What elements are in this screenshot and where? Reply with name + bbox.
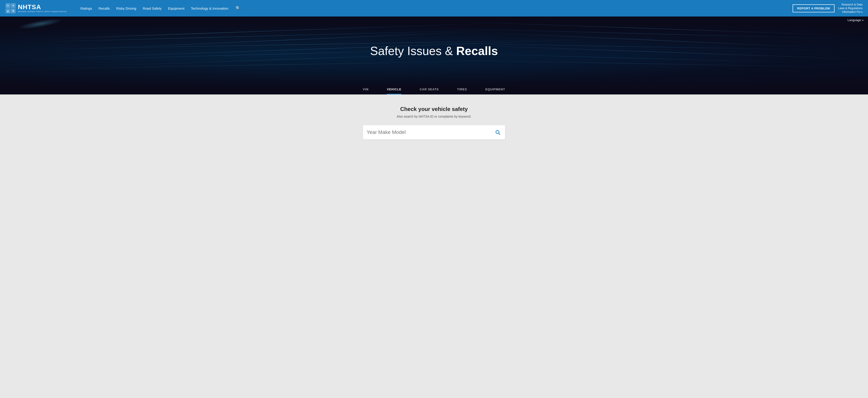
nav-technology-innovation[interactable]: Technology & Innovation [191, 5, 228, 11]
hero-section: Language: Safety Issues & Recalls VIN VE… [0, 17, 868, 94]
section-title: Check your vehicle safety [400, 106, 468, 112]
main-nav: Ratings Recalls Risky Driving Road Safet… [81, 5, 793, 12]
main-content: Check your vehicle safety Also search by… [0, 94, 868, 153]
logo-icon-grid: ⊙ ✦ ▲ ★ [5, 3, 16, 13]
hero-title-plain: Safety Issues & [370, 44, 456, 58]
logo-icon-cell-4: ★ [11, 8, 16, 13]
logo-nhtsa-text: NHTSA [18, 4, 67, 10]
tab-equipment[interactable]: EQUIPMENT [485, 85, 505, 94]
language-selector[interactable]: Language: [847, 18, 863, 22]
tab-vin[interactable]: VIN [363, 85, 369, 94]
nav-information-for[interactable]: Information For [842, 10, 863, 13]
nav-laws-regulations[interactable]: Laws & Regulations [838, 7, 863, 10]
svg-line-1 [499, 133, 500, 135]
tab-tires[interactable]: TIRES [457, 85, 467, 94]
search-icon [495, 129, 500, 135]
vehicle-search-box [363, 125, 505, 140]
logo-area[interactable]: ⊙ ✦ ▲ ★ NHTSA National Highway Traffic S… [5, 3, 67, 13]
logo-subtitle-text: National Highway Traffic Safety Administ… [18, 11, 67, 12]
tab-car-seats[interactable]: CAR SEATS [420, 85, 439, 94]
hero-title: Safety Issues & Recalls [370, 44, 498, 58]
nav-road-safety[interactable]: Road Safety [143, 5, 162, 11]
section-subtitle: Also search by NHTSA ID or complaints by… [397, 115, 471, 118]
report-problem-button[interactable]: REPORT A PROBLEM [793, 4, 835, 12]
logo-icon-cell-1: ⊙ [5, 3, 10, 8]
logo-icon-cell-3: ▲ [5, 8, 10, 13]
site-header: ⊙ ✦ ▲ ★ NHTSA National Highway Traffic S… [0, 0, 868, 17]
hero-content: Safety Issues & Recalls [370, 44, 498, 67]
search-icon[interactable]: 🔍 [235, 5, 242, 12]
logo-icon-cell-2: ✦ [11, 3, 16, 8]
vehicle-search-input[interactable] [367, 125, 494, 140]
nav-recalls[interactable]: Recalls [98, 5, 110, 11]
right-nav: Research & Data Laws & Regulations Infor… [838, 3, 863, 13]
nav-ratings[interactable]: Ratings [81, 5, 92, 11]
hero-title-bold: Recalls [456, 44, 498, 58]
vehicle-search-button[interactable] [494, 129, 501, 136]
tab-vehicle[interactable]: VEHICLE [387, 85, 401, 94]
nav-risky-driving[interactable]: Risky Driving [116, 5, 136, 11]
search-tabs: VIN VEHICLE CAR SEATS TIRES EQUIPMENT [0, 85, 868, 94]
nav-research-data[interactable]: Research & Data [842, 3, 863, 6]
logo-text-group: NHTSA National Highway Traffic Safety Ad… [18, 4, 67, 12]
nav-equipment[interactable]: Equipment [168, 5, 184, 11]
